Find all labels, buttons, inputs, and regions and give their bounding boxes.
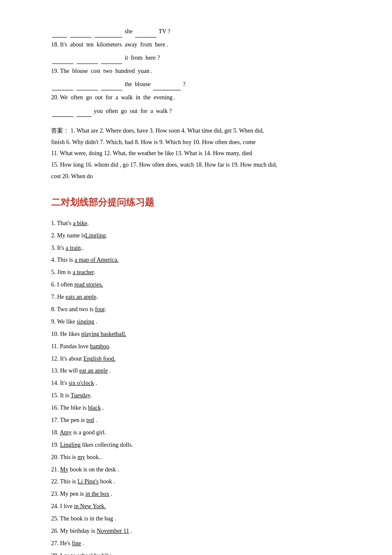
answer-section: 答案： 1. What are 2. Where does, have 3. H… xyxy=(51,125,341,182)
exercise-underline: black xyxy=(88,405,101,411)
exercise-text: He xyxy=(57,294,66,300)
exercise-after: .. xyxy=(81,245,84,251)
exercise-after: . xyxy=(129,528,132,534)
exercise-number: 5. xyxy=(51,269,57,275)
exercise-number: 28. xyxy=(51,552,60,555)
list-item: 5. Jim is a teacher. xyxy=(51,267,341,278)
exercise-number: 12. xyxy=(51,356,60,362)
blank xyxy=(77,78,98,90)
list-item: 27. He's fine . xyxy=(51,538,341,549)
list-item: 26. My birthday is November 11 . xyxy=(51,526,341,537)
exercise-number: 9. xyxy=(51,318,57,325)
exercise-underline: in New York. xyxy=(74,503,106,509)
line-7: you often go out for a walk ? xyxy=(51,105,341,117)
exercise-number: 19. xyxy=(51,442,60,448)
exercise-number: 24. xyxy=(51,503,60,509)
exercise-number: 17. xyxy=(51,417,60,423)
answer-text3: 11. What were, doing 12. What, the weath… xyxy=(51,150,252,156)
exercise-underline: Tuesday xyxy=(71,392,90,399)
exercise-text: This is xyxy=(57,257,75,263)
exercise-number: 10. xyxy=(51,331,60,337)
blank xyxy=(135,26,156,38)
exercise-after: . xyxy=(106,232,107,239)
list-item: 1. That's a bike. xyxy=(51,218,341,229)
exercise-text: The bike is xyxy=(60,405,88,411)
exercise-list: 1. That's a bike.2. My name isLingling.3… xyxy=(51,218,341,555)
list-item: 10. He likes playing basketball. xyxy=(51,329,341,340)
exercise-underline: bamboo xyxy=(90,343,109,350)
exercise-after: . xyxy=(94,318,97,325)
exercise-number: 22. xyxy=(51,478,60,485)
line-2: 18. It's about ten kilometers away from … xyxy=(51,39,341,51)
exercise-text: Two and two is xyxy=(57,306,95,312)
exercise-text: He's xyxy=(60,540,72,546)
exercise-number: 27. xyxy=(51,540,60,546)
exercise-number: 6. xyxy=(51,281,57,288)
exercise-after: book is on the desk . xyxy=(68,466,119,473)
exercise-after: . xyxy=(94,417,97,423)
list-item: 13. He will eat an apple . xyxy=(51,365,341,376)
exercise-after: . xyxy=(87,220,89,226)
blank xyxy=(77,52,98,64)
exercise-number: 13. xyxy=(51,367,60,374)
exercise-underline: by bike xyxy=(94,552,112,555)
exercise-number: 15. xyxy=(51,392,60,399)
section2-title: 二对划线部分提问练习题 xyxy=(51,194,341,211)
exercise-after: . xyxy=(112,552,115,555)
exercise-text: My pen is xyxy=(60,491,86,497)
list-item: 15. It is Tuesday. xyxy=(51,390,341,401)
list-item: 23. My pen is in the box . xyxy=(51,489,341,500)
exercise-after: book . xyxy=(99,478,115,485)
exercise-number: 4. xyxy=(51,257,57,263)
exercise-text: It's xyxy=(57,245,66,251)
blank xyxy=(52,52,73,64)
exercise-underline: a map of America. xyxy=(75,257,118,263)
list-item: 2. My name isLingling. xyxy=(51,230,341,241)
list-item: 12. It's about English food. xyxy=(51,353,341,364)
exercise-number: 21. xyxy=(51,466,60,473)
answer-text1: 1. What are 2. Where does, have 3. How s… xyxy=(71,127,264,134)
list-item: 21. My book is on the desk . xyxy=(51,464,341,475)
exercise-underline: English food. xyxy=(84,356,115,362)
line-1: she TV ? xyxy=(51,26,341,38)
top-section: she TV ? 18. It's about ten kilometers a… xyxy=(51,26,341,117)
exercise-text: The pen is xyxy=(60,417,86,423)
blank xyxy=(153,78,181,90)
exercise-number: 3. xyxy=(51,245,57,251)
exercise-after: book.. xyxy=(85,454,102,460)
exercise-number: 20. xyxy=(51,454,60,460)
exercise-underline: eat an apple xyxy=(79,367,108,374)
exercise-text: We like xyxy=(57,318,77,325)
blank xyxy=(95,26,122,38)
list-item: 20. This is my book.. xyxy=(51,452,341,463)
exercise-after: . xyxy=(101,405,104,411)
exercise-text: This is xyxy=(60,454,78,460)
exercise-text: It is xyxy=(60,392,71,399)
exercise-after: . xyxy=(108,367,111,374)
answer-text2: finish 6. Why didn't 7. Which, had 8. Ho… xyxy=(51,139,256,145)
blank xyxy=(101,78,122,90)
list-item: 9. We like singing . xyxy=(51,316,341,327)
exercise-text: My birthday is xyxy=(60,528,97,534)
exercise-text: It's about xyxy=(60,356,84,362)
exercise-underline: in the box xyxy=(86,491,110,497)
exercise-underline: Amy xyxy=(60,429,72,436)
list-item: 3. It's a train.. xyxy=(51,243,341,254)
list-item: 19. Lingling likes collecting dolls. xyxy=(51,439,341,451)
exercise-underline: a bike xyxy=(73,220,87,226)
list-item: 6. I often read stories. xyxy=(51,279,341,290)
exercise-after: . xyxy=(110,491,112,497)
exercise-underline: eats an apple xyxy=(66,294,96,300)
exercise-number: 8. xyxy=(51,306,57,312)
exercise-after: likes collecting dolls. xyxy=(81,442,133,448)
list-item: 7. He eats an apple. xyxy=(51,292,341,303)
exercise-text: I often xyxy=(57,281,74,288)
exercise-after: . xyxy=(94,380,97,386)
list-item: 11. Pandas love bamboo. xyxy=(51,341,341,352)
exercise-text: I go to school xyxy=(60,552,94,555)
exercise-text: That's xyxy=(57,220,73,226)
exercise-text: It's xyxy=(60,380,69,386)
blank xyxy=(101,52,122,64)
list-item: 17. The pen is red . xyxy=(51,415,341,426)
answer-label: 答案： xyxy=(51,127,69,134)
